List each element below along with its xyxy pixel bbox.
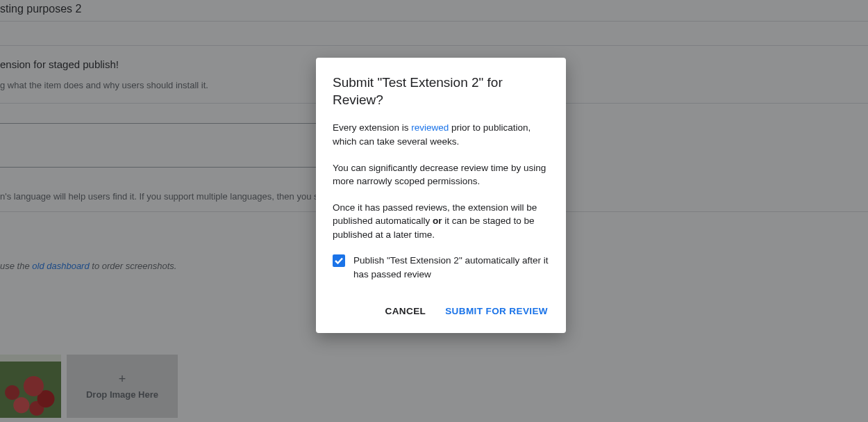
- checkmark-icon: [334, 256, 344, 266]
- dialog-paragraph-3: Once it has passed reviews, the extensio…: [333, 201, 549, 242]
- auto-publish-label: Publish "Test Extension 2" automatically…: [353, 254, 549, 281]
- dialog-title: Submit "Test Extension 2" for Review?: [333, 74, 549, 108]
- submit-review-dialog: Submit "Test Extension 2" for Review? Ev…: [316, 58, 566, 333]
- dialog-paragraph-1: Every extension is reviewed prior to pub…: [333, 121, 549, 148]
- submit-for-review-button[interactable]: Submit for Review: [438, 300, 555, 322]
- auto-publish-checkbox[interactable]: [333, 254, 345, 267]
- reviewed-link[interactable]: reviewed: [411, 122, 449, 133]
- cancel-button[interactable]: Cancel: [378, 300, 433, 322]
- dialog-paragraph-2: You can significantly decrease review ti…: [333, 161, 549, 188]
